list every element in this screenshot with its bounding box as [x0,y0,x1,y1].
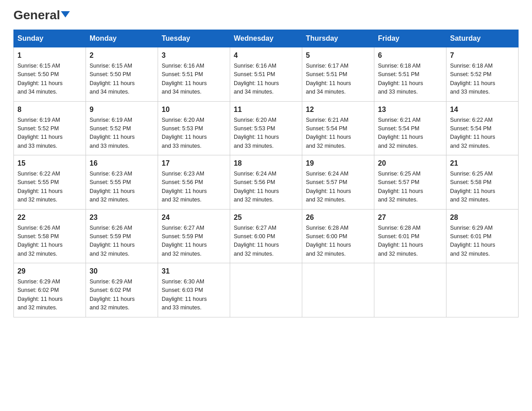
day-number: 14 [450,104,515,115]
day-info: Sunrise: 6:29 AMSunset: 6:01 PMDaylight:… [450,225,495,257]
week-row-1: 1Sunrise: 6:15 AMSunset: 5:50 PMDaylight… [14,47,519,102]
calendar-cell: 28Sunrise: 6:29 AMSunset: 6:01 PMDayligh… [446,209,519,263]
calendar-cell [374,263,446,317]
day-info: Sunrise: 6:30 AMSunset: 6:03 PMDaylight:… [162,278,207,311]
day-number: 4 [234,50,298,61]
calendar-cell [230,263,302,317]
calendar-cell: 2Sunrise: 6:15 AMSunset: 5:50 PMDaylight… [86,47,158,102]
calendar-cell: 6Sunrise: 6:18 AMSunset: 5:51 PMDaylight… [374,47,446,102]
week-row-4: 22Sunrise: 6:26 AMSunset: 5:58 PMDayligh… [14,209,519,263]
day-number: 15 [17,158,82,169]
day-number: 25 [234,212,298,223]
day-info: Sunrise: 6:21 AMSunset: 5:54 PMDaylight:… [378,117,423,149]
day-number: 7 [450,50,515,61]
day-number: 13 [378,104,442,115]
calendar-table: SundayMondayTuesdayWednesdayThursdayFrid… [13,30,519,317]
calendar-cell: 13Sunrise: 6:21 AMSunset: 5:54 PMDayligh… [374,101,446,155]
calendar-cell: 25Sunrise: 6:27 AMSunset: 6:00 PMDayligh… [230,209,302,263]
day-number: 20 [378,158,442,169]
day-number: 12 [306,104,370,115]
day-info: Sunrise: 6:19 AMSunset: 5:52 PMDaylight:… [17,117,63,149]
day-info: Sunrise: 6:19 AMSunset: 5:52 PMDaylight:… [90,117,135,149]
calendar-cell: 26Sunrise: 6:28 AMSunset: 6:00 PMDayligh… [302,209,374,263]
day-info: Sunrise: 6:21 AMSunset: 5:54 PMDaylight:… [306,117,351,149]
weekday-header-saturday: Saturday [446,30,519,47]
day-info: Sunrise: 6:28 AMSunset: 6:00 PMDaylight:… [306,225,351,257]
day-number: 17 [162,158,226,169]
calendar-cell [446,263,519,317]
weekday-header-wednesday: Wednesday [230,30,302,47]
calendar-cell: 29Sunrise: 6:29 AMSunset: 6:02 PMDayligh… [14,263,86,317]
calendar-cell: 8Sunrise: 6:19 AMSunset: 5:52 PMDaylight… [14,101,86,155]
day-info: Sunrise: 6:27 AMSunset: 5:59 PMDaylight:… [162,225,207,257]
day-number: 29 [17,266,82,277]
calendar-cell: 16Sunrise: 6:23 AMSunset: 5:55 PMDayligh… [86,155,158,210]
calendar-cell: 10Sunrise: 6:20 AMSunset: 5:53 PMDayligh… [158,101,230,155]
day-number: 18 [234,158,298,169]
weekday-header-row: SundayMondayTuesdayWednesdayThursdayFrid… [14,30,519,47]
day-number: 8 [17,104,82,115]
calendar-cell: 15Sunrise: 6:22 AMSunset: 5:55 PMDayligh… [14,155,86,210]
day-number: 16 [90,158,154,169]
calendar-cell: 7Sunrise: 6:18 AMSunset: 5:52 PMDaylight… [446,47,519,102]
day-number: 26 [306,212,370,223]
day-info: Sunrise: 6:29 AMSunset: 6:02 PMDaylight:… [90,278,135,311]
day-info: Sunrise: 6:22 AMSunset: 5:55 PMDaylight:… [17,171,63,203]
weekday-header-thursday: Thursday [302,30,374,47]
day-number: 9 [90,104,154,115]
day-number: 27 [378,212,442,223]
day-info: Sunrise: 6:23 AMSunset: 5:55 PMDaylight:… [90,171,135,203]
day-info: Sunrise: 6:17 AMSunset: 5:51 PMDaylight:… [306,63,351,95]
calendar-cell: 9Sunrise: 6:19 AMSunset: 5:52 PMDaylight… [86,101,158,155]
weekday-header-tuesday: Tuesday [158,30,230,47]
day-number: 19 [306,158,370,169]
day-info: Sunrise: 6:20 AMSunset: 5:53 PMDaylight:… [162,117,207,149]
calendar-cell: 4Sunrise: 6:16 AMSunset: 5:51 PMDaylight… [230,47,302,102]
day-info: Sunrise: 6:29 AMSunset: 6:02 PMDaylight:… [17,278,63,311]
calendar-cell: 20Sunrise: 6:25 AMSunset: 5:57 PMDayligh… [374,155,446,210]
day-info: Sunrise: 6:20 AMSunset: 5:53 PMDaylight:… [234,117,279,149]
calendar-cell: 3Sunrise: 6:16 AMSunset: 5:51 PMDaylight… [158,47,230,102]
day-number: 30 [90,266,154,277]
day-number: 3 [162,50,226,61]
calendar-cell: 5Sunrise: 6:17 AMSunset: 5:51 PMDaylight… [302,47,374,102]
day-info: Sunrise: 6:28 AMSunset: 6:01 PMDaylight:… [378,225,423,257]
day-number: 21 [450,158,515,169]
calendar-cell: 19Sunrise: 6:24 AMSunset: 5:57 PMDayligh… [302,155,374,210]
page-header: General [13,9,519,21]
day-info: Sunrise: 6:22 AMSunset: 5:54 PMDaylight:… [450,117,495,149]
calendar-cell: 12Sunrise: 6:21 AMSunset: 5:54 PMDayligh… [302,101,374,155]
day-info: Sunrise: 6:18 AMSunset: 5:51 PMDaylight:… [378,63,423,95]
day-info: Sunrise: 6:15 AMSunset: 5:50 PMDaylight:… [17,63,63,95]
logo-triangle-icon [61,11,70,17]
calendar-cell: 18Sunrise: 6:24 AMSunset: 5:56 PMDayligh… [230,155,302,210]
day-number: 5 [306,50,370,61]
calendar-cell: 21Sunrise: 6:25 AMSunset: 5:58 PMDayligh… [446,155,519,210]
day-info: Sunrise: 6:27 AMSunset: 6:00 PMDaylight:… [234,225,279,257]
calendar-cell: 27Sunrise: 6:28 AMSunset: 6:01 PMDayligh… [374,209,446,263]
day-number: 28 [450,212,515,223]
day-info: Sunrise: 6:16 AMSunset: 5:51 PMDaylight:… [162,63,207,95]
day-number: 31 [162,266,226,277]
logo-general: General [13,9,70,21]
weekday-header-monday: Monday [86,30,158,47]
day-info: Sunrise: 6:25 AMSunset: 5:57 PMDaylight:… [378,171,423,203]
day-number: 11 [234,104,298,115]
calendar-cell: 17Sunrise: 6:23 AMSunset: 5:56 PMDayligh… [158,155,230,210]
day-number: 23 [90,212,154,223]
day-number: 10 [162,104,226,115]
day-info: Sunrise: 6:25 AMSunset: 5:58 PMDaylight:… [450,171,495,203]
day-number: 2 [90,50,154,61]
day-info: Sunrise: 6:15 AMSunset: 5:50 PMDaylight:… [90,63,135,95]
day-info: Sunrise: 6:23 AMSunset: 5:56 PMDaylight:… [162,171,207,203]
day-info: Sunrise: 6:16 AMSunset: 5:51 PMDaylight:… [234,63,279,95]
calendar-cell: 14Sunrise: 6:22 AMSunset: 5:54 PMDayligh… [446,101,519,155]
calendar-cell: 1Sunrise: 6:15 AMSunset: 5:50 PMDaylight… [14,47,86,102]
week-row-5: 29Sunrise: 6:29 AMSunset: 6:02 PMDayligh… [14,263,519,317]
day-number: 24 [162,212,226,223]
calendar-cell: 22Sunrise: 6:26 AMSunset: 5:58 PMDayligh… [14,209,86,263]
calendar-cell: 31Sunrise: 6:30 AMSunset: 6:03 PMDayligh… [158,263,230,317]
day-info: Sunrise: 6:24 AMSunset: 5:57 PMDaylight:… [306,171,351,203]
weekday-header-sunday: Sunday [14,30,86,47]
day-number: 1 [17,50,82,61]
